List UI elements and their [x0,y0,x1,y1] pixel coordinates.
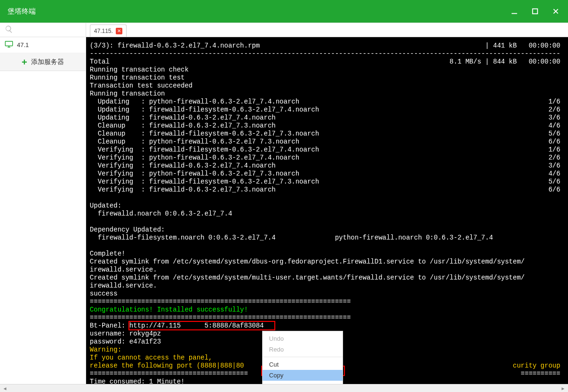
plus-icon: + [22,57,27,67]
main-area: 47.1 + 添加服务器 47.115. ✕ (3/3): firewalld-… [0,23,568,392]
svg-rect-0 [533,9,538,14]
content-area: 47.115. ✕ (3/3): firewalld-0.6.3-2.el7_7… [86,23,568,392]
context-menu: UndoRedoCutCopyPastePaste and match styl… [262,331,343,392]
close-button[interactable] [552,8,560,15]
search-icon [5,25,13,35]
app-title: 堡塔终端 [6,7,36,16]
tab-strip: 47.115. ✕ [86,23,568,37]
window-controls [511,8,562,15]
add-server-label: 添加服务器 [31,58,64,66]
scroll-right-icon[interactable]: ► [559,385,567,392]
menu-item-redo: Redo [263,344,343,355]
tab-active[interactable]: 47.115. ✕ [90,24,127,37]
menu-item-copy[interactable]: Copy [263,370,343,381]
svg-rect-1 [5,41,12,46]
horizontal-scrollbar[interactable]: ◄ ► [0,384,568,392]
monitor-icon [5,41,13,49]
search-row[interactable] [0,23,86,37]
server-item[interactable]: 47.1 [0,37,86,53]
menu-separator [263,357,343,357]
scroll-left-icon[interactable]: ◄ [1,385,9,392]
titlebar: 堡塔终端 [0,0,568,23]
menu-item-cut[interactable]: Cut [263,359,343,370]
maximize-button[interactable] [531,8,539,15]
sidebar: 47.1 + 添加服务器 [0,23,86,392]
server-ip: 47.1 [17,41,29,48]
tab-label: 47.115. [94,28,113,34]
add-server-button[interactable]: + 添加服务器 [0,53,86,71]
menu-item-undo: Undo [263,333,343,344]
tab-close-icon[interactable]: ✕ [116,28,122,34]
minimize-button[interactable] [511,8,518,15]
